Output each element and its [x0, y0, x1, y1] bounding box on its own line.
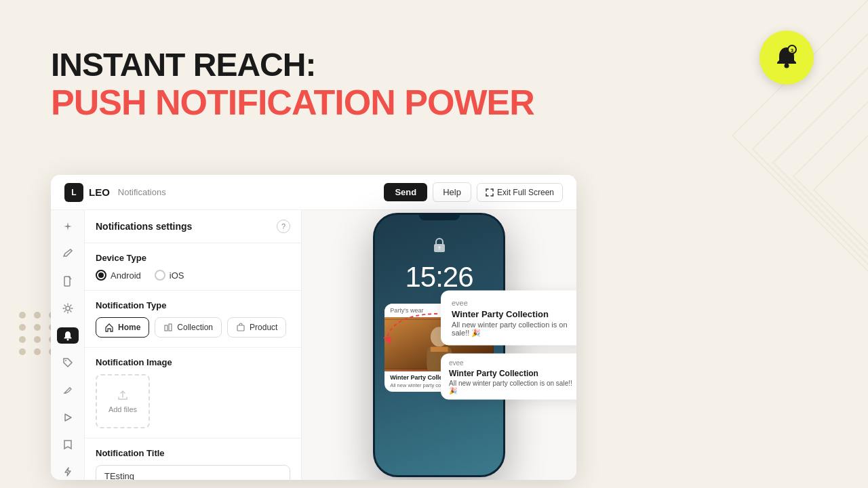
svg-point-6	[65, 360, 66, 361]
add-files-label: Add files	[108, 405, 137, 413]
device-type-section: Device Type Android iOS	[85, 243, 301, 291]
svg-rect-9	[237, 325, 244, 331]
fullscreen-button[interactable]: Exit Full Screen	[477, 183, 563, 202]
bell-badge: 3	[760, 30, 814, 85]
notif-title-label: Notification Title	[96, 448, 290, 458]
app-logo-icon: L	[64, 183, 83, 202]
ios-label: iOS	[170, 270, 184, 281]
phone-notch	[419, 215, 460, 220]
notif-type-label: Notification Type	[96, 300, 290, 310]
ios-radio-label[interactable]: iOS	[155, 270, 184, 281]
help-button[interactable]: Help	[433, 182, 471, 202]
svg-text:3: 3	[791, 47, 794, 54]
svg-rect-8	[169, 324, 172, 331]
sidebar-item-edit[interactable]	[57, 245, 79, 262]
sidebar-icons	[51, 210, 85, 480]
sidebar-item-pen[interactable]	[57, 382, 79, 398]
fullscreen-label: Exit Full Screen	[497, 188, 554, 197]
collection-icon	[163, 323, 173, 332]
notif-type-collection-btn[interactable]: Collection	[155, 317, 222, 338]
notif-type-product-btn[interactable]: Product	[227, 317, 286, 338]
notif-image-section: Notification Image Add files	[85, 348, 301, 439]
product-icon	[236, 323, 245, 332]
notif-image-label: Notification Image	[96, 357, 290, 367]
collection-btn-label: Collection	[177, 323, 213, 332]
notif-type-home-btn[interactable]: Home	[96, 317, 149, 338]
sidebar-item-settings[interactable]	[57, 300, 79, 317]
sidebar-item-bookmark[interactable]	[57, 436, 79, 453]
device-type-radio-group: Android iOS	[96, 270, 290, 281]
device-type-label: Device Type	[96, 253, 290, 263]
hero-line1: INSTANT REACH:	[51, 47, 534, 83]
sidebar-item-zap[interactable]	[57, 464, 79, 480]
sidebar-item-file[interactable]	[57, 272, 79, 289]
phone-time: 15:26	[405, 261, 473, 293]
sidebar-item-tag[interactable]	[57, 354, 79, 371]
notif-card-1: evee Winter Party Collection All new win…	[441, 291, 576, 346]
app-name: LEO	[89, 186, 110, 198]
svg-rect-3	[64, 277, 70, 286]
app-body: Notifications settings ? Device Type And…	[51, 210, 576, 480]
settings-help-button[interactable]: ?	[277, 220, 290, 233]
notif-card-1-desc: All new winter party collection is on sa…	[452, 321, 576, 338]
header-actions: Send Help Exit Full Screen	[384, 182, 563, 202]
product-btn-label: Product	[250, 323, 277, 332]
notif-card-2: evee Winter Party Collection All new win…	[441, 354, 576, 400]
upload-area[interactable]: Add files	[96, 374, 150, 428]
sidebar-item-notification[interactable]	[57, 327, 79, 344]
notif-type-buttons: Home Collection Product	[96, 317, 290, 338]
svg-rect-7	[165, 325, 167, 331]
app-window: L LEO Notifications Send Help Exit Full …	[51, 175, 576, 480]
notif-card-1-app: evee	[452, 299, 576, 307]
notif-card-1-title: Winter Party Collection	[452, 309, 576, 319]
app-subtitle: Notifications	[118, 187, 166, 197]
phone-lock-icon	[430, 235, 449, 257]
svg-point-4	[66, 306, 70, 310]
sidebar-item-play[interactable]	[57, 409, 79, 425]
svg-point-0	[785, 64, 789, 68]
bell-icon: 3	[773, 44, 800, 71]
phone-preview-area: 15:26 Party's wear	[302, 210, 576, 480]
ios-radio[interactable]	[155, 270, 165, 281]
android-radio[interactable]	[96, 270, 106, 281]
notif-title-section: Notification Title	[85, 439, 301, 480]
notif-title-input[interactable]	[96, 465, 290, 480]
fullscreen-icon	[486, 188, 494, 197]
hero-section: INSTANT REACH: PUSH NOTIFICATION POWER	[51, 47, 534, 122]
app-header: L LEO Notifications Send Help Exit Full …	[51, 175, 576, 210]
hero-line2: PUSH NOTIFICATION POWER	[51, 83, 534, 122]
bg-decoration	[529, 0, 868, 339]
notification-cards: evee Winter Party Collection All new win…	[441, 291, 576, 400]
sidebar-item-sparkle[interactable]	[57, 218, 79, 235]
settings-title: Notifications settings	[96, 221, 192, 232]
home-icon	[104, 323, 114, 332]
notif-card-2-title: Winter Party Collection	[449, 369, 576, 378]
upload-icon	[116, 389, 130, 403]
svg-point-11	[438, 246, 441, 249]
notif-type-section: Notification Type Home Collection Produc…	[85, 291, 301, 348]
android-label: Android	[111, 270, 141, 281]
home-btn-label: Home	[118, 323, 140, 332]
notif-card-2-app: evee	[449, 359, 576, 367]
settings-header: Notifications settings ?	[85, 210, 301, 243]
logo-letter: L	[71, 188, 76, 197]
svg-point-5	[66, 338, 68, 340]
settings-panel: Notifications settings ? Device Type And…	[85, 210, 302, 480]
notif-card-2-desc: All new winter party collection is on sa…	[449, 380, 576, 394]
app-logo-area: L LEO Notifications	[64, 183, 166, 202]
send-button[interactable]: Send	[384, 183, 427, 201]
android-radio-label[interactable]: Android	[96, 270, 141, 281]
